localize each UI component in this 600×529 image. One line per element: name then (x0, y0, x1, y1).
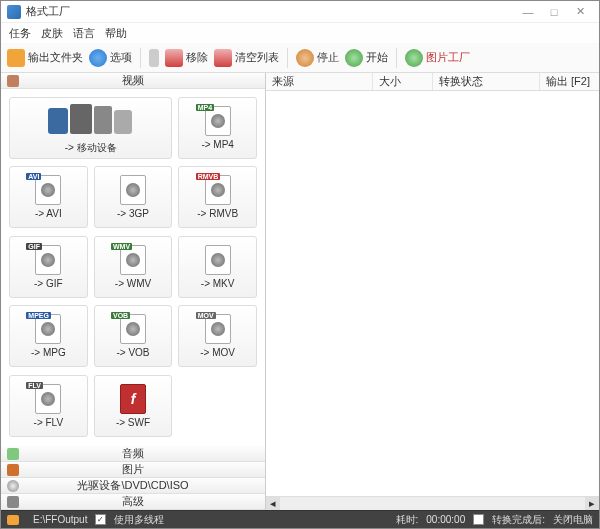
format-tile-mp4[interactable]: MP4-> MP4 (178, 97, 257, 159)
remove-icon (165, 49, 183, 67)
picture-icon (7, 464, 19, 476)
output-folder-button[interactable]: 输出文件夹 (7, 49, 83, 67)
after-checkbox[interactable] (473, 514, 484, 525)
start-icon (345, 49, 363, 67)
gear-icon (89, 49, 107, 67)
menu-help[interactable]: 帮助 (105, 26, 127, 41)
svg-rect-1 (70, 104, 92, 134)
audio-icon (7, 448, 19, 460)
folder-icon (7, 49, 25, 67)
tile-label: -> WMV (115, 278, 151, 289)
category-audio-label: 音频 (25, 446, 259, 461)
format-tile-mov[interactable]: MOV-> MOV (178, 305, 257, 367)
minimize-button[interactable]: — (515, 3, 541, 21)
col-output[interactable]: 输出 [F2] (540, 73, 599, 90)
format-tile-mpg[interactable]: MPEG-> MPG (9, 305, 88, 367)
col-source[interactable]: 来源 (266, 73, 373, 90)
format-tile-mkv[interactable]: -> MKV (178, 236, 257, 298)
titlebar: 格式工厂 — □ ✕ (1, 1, 599, 23)
category-audio[interactable]: 音频 (1, 446, 265, 462)
clear-button[interactable]: 清空列表 (214, 49, 279, 67)
scroll-right-icon[interactable]: ▸ (585, 497, 599, 510)
video-icon (7, 75, 19, 87)
app-icon (7, 5, 21, 19)
separator (140, 48, 141, 68)
tile-label: -> AVI (35, 208, 62, 219)
after-label: 转换完成后: (492, 513, 545, 527)
format-tile-gif[interactable]: GIF-> GIF (9, 236, 88, 298)
tile-label: -> MKV (201, 278, 235, 289)
tile-label: -> MP4 (201, 139, 234, 150)
format-tile-[interactable]: -> 移动设备 (9, 97, 172, 159)
svg-rect-3 (114, 110, 132, 134)
format-tile-3gp[interactable]: -> 3GP (94, 166, 173, 228)
h-scrollbar[interactable]: ◂ ▸ (266, 496, 599, 510)
toolbar: 输出文件夹 选项 移除 清空列表 停止 开始 图片工厂 (1, 43, 599, 73)
options-button[interactable]: 选项 (89, 49, 132, 67)
tile-label: -> GIF (34, 278, 63, 289)
menubar: 任务 皮肤 语言 帮助 (1, 23, 599, 43)
elapsed-label: 耗时: (396, 513, 419, 527)
pic-factory-button[interactable]: 图片工厂 (405, 49, 470, 67)
separator (396, 48, 397, 68)
remove-label: 移除 (186, 50, 208, 65)
format-tile-swf[interactable]: f-> SWF (94, 375, 173, 437)
disc-icon (7, 480, 19, 492)
output-folder-label: 输出文件夹 (28, 50, 83, 65)
tile-label: -> VOB (116, 347, 149, 358)
tile-label: -> MPG (31, 347, 66, 358)
folder-icon (7, 515, 19, 525)
after-value[interactable]: 关闭电脑 (553, 513, 593, 527)
left-panel: 视频 -> 移动设备MP4-> MP4AVI-> AVI-> 3GPRMVB->… (1, 73, 266, 510)
remove-button[interactable]: 移除 (165, 49, 208, 67)
window-title: 格式工厂 (26, 4, 70, 19)
menu-skin[interactable]: 皮肤 (41, 26, 63, 41)
format-tile-flv[interactable]: FLV-> FLV (9, 375, 88, 437)
format-grid: -> 移动设备MP4-> MP4AVI-> AVI-> 3GPRMVB-> RM… (1, 89, 265, 446)
elapsed-value: 00:00:00 (426, 514, 465, 525)
dropdown-icon[interactable] (149, 49, 159, 67)
stop-button[interactable]: 停止 (296, 49, 339, 67)
category-advanced[interactable]: 高级 (1, 494, 265, 510)
multithread-label[interactable]: 使用多线程 (114, 513, 164, 527)
format-tile-rmvb[interactable]: RMVB-> RMVB (178, 166, 257, 228)
tile-label: -> RMVB (197, 208, 238, 219)
format-tile-avi[interactable]: AVI-> AVI (9, 166, 88, 228)
tile-label: -> 3GP (117, 208, 149, 219)
category-disc[interactable]: 光驱设备\DVD\CD\ISO (1, 478, 265, 494)
multithread-checkbox[interactable]: ✓ (95, 514, 106, 525)
output-path[interactable]: E:\FFOutput (33, 514, 87, 525)
start-button[interactable]: 开始 (345, 49, 388, 67)
options-label: 选项 (110, 50, 132, 65)
file-list[interactable] (266, 91, 599, 496)
separator (287, 48, 288, 68)
start-label: 开始 (366, 50, 388, 65)
advanced-icon (7, 496, 19, 508)
tile-label: -> SWF (116, 417, 150, 428)
clear-label: 清空列表 (235, 50, 279, 65)
category-picture-label: 图片 (25, 462, 259, 477)
pic-factory-label: 图片工厂 (426, 50, 470, 65)
category-advanced-label: 高级 (25, 494, 259, 509)
col-status[interactable]: 转换状态 (433, 73, 540, 90)
stop-label: 停止 (317, 50, 339, 65)
category-picture[interactable]: 图片 (1, 462, 265, 478)
scroll-track[interactable] (280, 497, 585, 510)
tile-label: -> MOV (200, 347, 235, 358)
format-tile-vob[interactable]: VOB-> VOB (94, 305, 173, 367)
maximize-button[interactable]: □ (541, 3, 567, 21)
menu-language[interactable]: 语言 (73, 26, 95, 41)
scroll-left-icon[interactable]: ◂ (266, 497, 280, 510)
category-video-header[interactable]: 视频 (1, 73, 265, 89)
col-size[interactable]: 大小 (373, 73, 433, 90)
menu-task[interactable]: 任务 (9, 26, 31, 41)
format-tile-wmv[interactable]: WMV-> WMV (94, 236, 173, 298)
pic-factory-icon (405, 49, 423, 67)
category-video: 视频 -> 移动设备MP4-> MP4AVI-> AVI-> 3GPRMVB->… (1, 73, 265, 446)
stop-icon (296, 49, 314, 67)
tile-label: -> FLV (34, 417, 64, 428)
column-headers: 来源 大小 转换状态 输出 [F2] (266, 73, 599, 91)
tile-label: -> 移动设备 (65, 141, 117, 155)
close-button[interactable]: ✕ (567, 3, 593, 21)
svg-rect-0 (48, 108, 68, 134)
